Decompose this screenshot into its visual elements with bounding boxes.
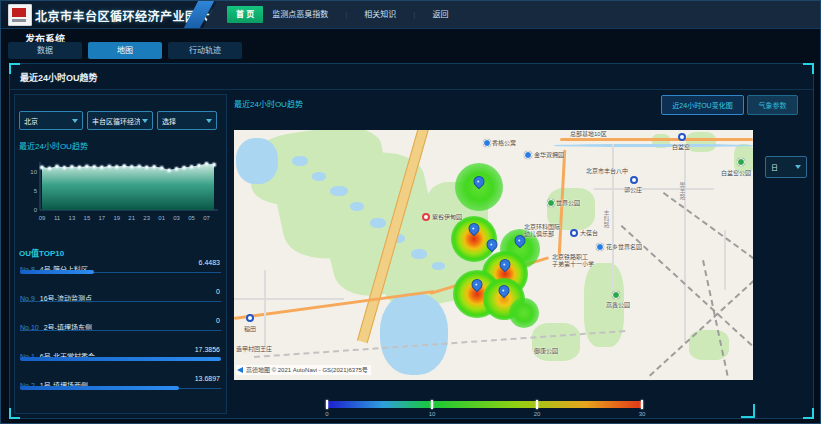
info-station-icon — [524, 151, 532, 159]
map-place-label: 稻田 — [244, 326, 256, 333]
city-select-value: 北京 — [24, 116, 38, 126]
main-panel: 最近24小时OU趋势 北京 丰台区循环经济产 选择 最近24小时OU趋势 051… — [9, 63, 814, 419]
ou-color-legend — [326, 401, 643, 408]
nav-item-0[interactable]: 首 页 — [227, 6, 263, 23]
rank-value: 0 — [216, 317, 220, 324]
map-place-label: 郭公庄 — [624, 187, 642, 194]
legend-tick-mark — [536, 400, 538, 409]
map-water-area — [236, 138, 278, 184]
rank-progress-bar — [20, 386, 179, 390]
svg-text:17: 17 — [98, 215, 105, 221]
site-select-value: 选择 — [162, 116, 176, 126]
main-nav: 首 页监测点恶臭指数|相关知识|返回 — [227, 6, 457, 23]
map-railway — [663, 192, 753, 259]
map-attribution: 高德地图 © 2021 AutoNavi - GS(2021)6375号 — [236, 365, 371, 375]
map-place-label: 白盆窑 — [672, 144, 690, 151]
metro-station-icon — [630, 176, 638, 184]
tab-2[interactable]: 行动轨迹 — [168, 42, 242, 59]
heatmap-map[interactable]: 香格公寓总部基地10区白盆窑白盆窑公园金华双拥园北京市丰台八中郭公庄世界公园大葆… — [234, 130, 753, 380]
legend-tick-label: 30 — [639, 411, 646, 417]
logo-red-mark-icon — [12, 8, 26, 17]
ranking-row[interactable]: No.21号-填埋场西侧13.6897 — [20, 374, 221, 403]
map-water-area — [330, 186, 348, 196]
svg-text:10: 10 — [30, 169, 37, 175]
ranking-row[interactable]: No.16号-北天堂村委会17.3856 — [20, 345, 221, 374]
park-station-icon — [737, 158, 745, 166]
map-railway — [649, 280, 753, 377]
svg-text:11: 11 — [54, 215, 61, 221]
map-place-label: 花乡世界名园 — [606, 244, 642, 251]
map-green-area — [532, 323, 580, 361]
park-station-icon — [547, 199, 555, 207]
map-minor-road — [264, 270, 266, 350]
city-select[interactable]: 北京 — [19, 111, 83, 130]
svg-text:0: 0 — [34, 207, 38, 213]
svg-text:21: 21 — [128, 215, 135, 221]
metro-station-icon — [570, 229, 578, 237]
nav-divider: | — [413, 10, 415, 19]
chevron-down-icon — [142, 119, 148, 123]
period-dropdown[interactable]: 日 — [765, 156, 807, 178]
map-water-area — [432, 262, 445, 270]
legend-tick-label: 10 — [429, 411, 436, 417]
heatmap-blob — [509, 298, 539, 328]
map-minor-road — [684, 148, 686, 343]
chevron-down-icon — [795, 165, 801, 169]
ranking-row[interactable]: No.102号-填埋场东侧0 — [20, 316, 221, 345]
map-place-label: 御康公园 — [534, 348, 558, 355]
metro-station-icon — [246, 314, 254, 322]
tab-0[interactable]: 数据 — [8, 42, 82, 59]
svg-text:07: 07 — [203, 215, 210, 221]
ou-change-map-button[interactable]: 近24小时OU变化图 — [661, 95, 744, 115]
tab-1[interactable]: 地图 — [88, 42, 162, 59]
svg-text:15: 15 — [84, 215, 91, 221]
map-place-label: 北京铁路职工 子弟第十一小学 — [552, 254, 594, 268]
map-place-label: 北京市丰台八中 — [586, 168, 628, 175]
rank-track — [20, 301, 221, 302]
map-place-label: 高鑫公园 — [606, 302, 630, 309]
map-water-area — [350, 202, 364, 211]
district-select[interactable]: 丰台区循环经济产 — [87, 111, 153, 130]
map-place-label: 香格公寓 — [492, 140, 516, 147]
map-place-label: 丰科路 — [602, 210, 609, 228]
nav-item-3[interactable]: 返回 — [423, 6, 457, 23]
svg-text:23: 23 — [143, 215, 150, 221]
district-select-value: 丰台区循环经济产 — [92, 116, 140, 126]
panel-corner-icon — [9, 63, 20, 74]
top-bar: 北京市丰台区循环经济产业园大气恶臭状况实时 首 页监测点恶臭指数|相关知识|返回 — [1, 1, 820, 29]
info-station-icon — [596, 243, 604, 251]
panel-title: 最近24小时OU趋势 — [20, 71, 98, 84]
map-minor-road — [594, 188, 714, 190]
legend-tick-mark — [326, 400, 328, 409]
info-station-icon — [483, 139, 491, 147]
map-place-label: 总部基地10区 — [570, 131, 607, 138]
nav-item-2[interactable]: 相关知识 — [355, 6, 405, 23]
ranking-row[interactable]: No.916号-流动监测点0 — [20, 287, 221, 316]
metro-station-icon — [678, 133, 686, 141]
weather-params-button[interactable]: 气象参数 — [747, 95, 798, 115]
period-dropdown-value: 日 — [771, 162, 778, 172]
nav-item-1[interactable]: 监测点恶臭指数 — [263, 6, 337, 23]
svg-text:19: 19 — [113, 215, 120, 221]
site-select[interactable]: 选择 — [157, 111, 217, 130]
map-water-area — [292, 156, 308, 166]
ranking-row[interactable]: No.84号-筛分上料区6.4483 — [20, 258, 221, 287]
map-place-label: 大葆台 — [580, 230, 598, 237]
map-place-label: 金华双拥园 — [534, 152, 564, 159]
map-place-label: 白盆窑公园 — [721, 170, 751, 177]
rank-track — [20, 330, 221, 331]
map-green-area — [686, 132, 716, 152]
map-main-road — [560, 138, 753, 141]
map-water-area — [370, 218, 386, 228]
nav-divider: | — [345, 10, 347, 19]
map-minor-road — [612, 144, 614, 289]
legend-tick-label: 20 — [534, 411, 541, 417]
autonavi-logo-icon — [237, 367, 243, 373]
map-water-area — [554, 144, 753, 147]
map-water-area — [380, 293, 448, 375]
legend-tick-mark — [431, 400, 433, 409]
rank-progress-bar — [20, 357, 221, 361]
map-water-area — [312, 172, 326, 181]
svg-text:13: 13 — [69, 215, 76, 221]
panel-corner-icon — [803, 63, 814, 74]
